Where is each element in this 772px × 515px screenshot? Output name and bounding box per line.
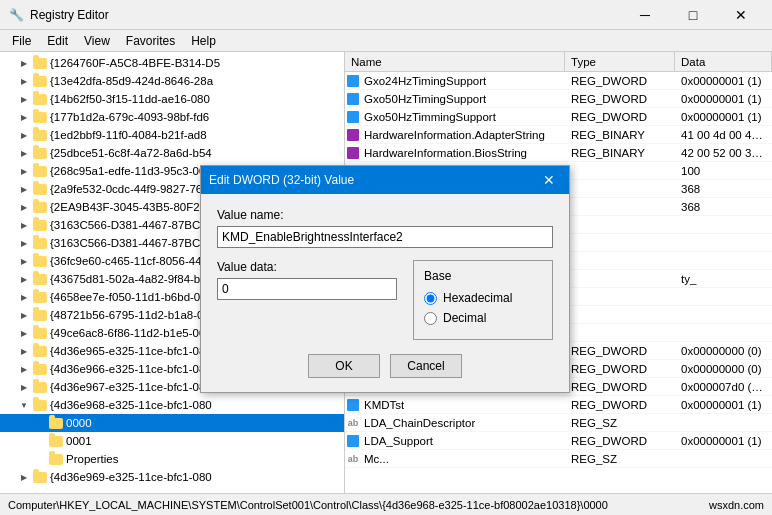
tree-item[interactable]: 0001: [0, 432, 344, 450]
folder-icon: [32, 380, 48, 394]
folder-icon: [32, 164, 48, 178]
tree-item[interactable]: ▶{4d36e969-e325-11ce-bfc1-080: [0, 468, 344, 486]
row-name-text: HardwareInformation.BiosString: [364, 147, 527, 159]
tree-item[interactable]: ▼{4d36e968-e325-11ce-bfc1-080: [0, 396, 344, 414]
tree-toggle-icon: ▶: [16, 55, 32, 71]
edit-dword-dialog: Edit DWORD (32-bit) Value ✕ Value name: …: [200, 165, 570, 393]
tree-item[interactable]: ▶{14b62f50-3f15-11dd-ae16-080: [0, 90, 344, 108]
tree-item-label: {36fc9e60-c465-11cf-8056-4445: [50, 255, 214, 267]
tree-item[interactable]: ▶{13e42dfa-85d9-424d-8646-28a: [0, 72, 344, 90]
cancel-button[interactable]: Cancel: [390, 354, 462, 378]
list-row[interactable]: Gxo50HzTimmingSupportREG_DWORD0x00000001…: [345, 108, 772, 126]
list-row[interactable]: HardwareInformation.AdapterStringREG_BIN…: [345, 126, 772, 144]
tree-toggle-icon: [32, 433, 48, 449]
tree-item-label: {48721b56-6795-11d2-b1a8-008: [50, 309, 216, 321]
list-row[interactable]: LDA_SupportREG_DWORD0x00000001 (1): [345, 432, 772, 450]
tree-item[interactable]: Properties: [0, 450, 344, 468]
folder-icon: [32, 470, 48, 484]
maximize-button[interactable]: □: [670, 0, 716, 30]
folder-icon: [32, 146, 48, 160]
tree-item[interactable]: ▶{25dbce51-6c8f-4a72-8a6d-b54: [0, 144, 344, 162]
list-row[interactable]: abLDA_ChainDescriptorREG_SZ: [345, 414, 772, 432]
value-data-input[interactable]: [217, 278, 397, 300]
tree-item-label: {4d36e969-e325-11ce-bfc1-080: [50, 471, 212, 483]
tree-item-label: {177b1d2a-679c-4093-98bf-fd6: [50, 111, 209, 123]
tree-toggle-icon: ▶: [16, 145, 32, 161]
row-name: LDA_Support: [345, 433, 565, 449]
tree-item-label: {49ce6ac8-6f86-11d2-b1e5-008: [50, 327, 212, 339]
row-type: REG_BINARY: [565, 147, 675, 159]
menu-edit[interactable]: Edit: [39, 32, 76, 50]
tree-toggle-icon: ▶: [16, 163, 32, 179]
list-row[interactable]: HardwareInformation.BiosStringREG_BINARY…: [345, 144, 772, 162]
hexadecimal-radio[interactable]: [424, 292, 437, 305]
list-row[interactable]: KMDTstREG_DWORD0x00000001 (1): [345, 396, 772, 414]
hexadecimal-radio-row[interactable]: Hexadecimal: [424, 291, 542, 305]
dialog-close-button[interactable]: ✕: [537, 168, 561, 192]
row-name-text: LDA_Support: [364, 435, 433, 447]
menu-view[interactable]: View: [76, 32, 118, 50]
row-data: 41 00 4d 00 44 00: [675, 129, 772, 141]
folder-icon: [32, 182, 48, 196]
row-data: 0x00000001 (1): [675, 75, 772, 87]
row-type: REG_SZ: [565, 453, 675, 465]
row-type: REG_DWORD: [565, 435, 675, 447]
header-data[interactable]: Data: [675, 52, 772, 71]
dialog-buttons: OK Cancel: [217, 354, 553, 378]
menu-favorites[interactable]: Favorites: [118, 32, 183, 50]
header-type[interactable]: Type: [565, 52, 675, 71]
tree-item-label: {14b62f50-3f15-11dd-ae16-080: [50, 93, 210, 105]
folder-icon: [32, 236, 48, 250]
tree-item-label: {1ed2bbf9-11f0-4084-b21f-ad8: [50, 129, 207, 141]
tree-item-label: {3163C566-D381-4467-87BC-A6: [50, 237, 218, 249]
row-name-text: Gxo50HzTimingSupport: [364, 93, 486, 105]
row-data: 0x00000000 (0): [675, 345, 772, 357]
folder-icon: [32, 290, 48, 304]
row-type: REG_SZ: [565, 417, 675, 429]
menu-help[interactable]: Help: [183, 32, 224, 50]
tree-toggle-icon: ▶: [16, 109, 32, 125]
row-name-text: Gxo50HzTimmingSupport: [364, 111, 496, 123]
value-name-label: Value name:: [217, 208, 553, 222]
ok-button[interactable]: OK: [308, 354, 380, 378]
folder-icon: [32, 326, 48, 340]
tree-toggle-icon: [32, 415, 48, 431]
dialog-data-section: Value data:: [217, 260, 397, 340]
decimal-radio-row[interactable]: Decimal: [424, 311, 542, 325]
tree-item-label: {1264760F-A5C8-4BFE-B314-D5: [50, 57, 220, 69]
list-row[interactable]: Gxo50HzTimingSupportREG_DWORD0x00000001 …: [345, 90, 772, 108]
folder-icon: [32, 272, 48, 286]
folder-icon: [32, 218, 48, 232]
minimize-button[interactable]: ─: [622, 0, 668, 30]
tree-item[interactable]: 0000: [0, 414, 344, 432]
list-row[interactable]: Gxo24HzTimingSupportREG_DWORD0x00000001 …: [345, 72, 772, 90]
folder-icon: [48, 452, 64, 466]
app-icon: 🔧: [8, 7, 24, 23]
title-text: Registry Editor: [30, 8, 109, 22]
tree-item-label: 0001: [66, 435, 92, 447]
value-name-input[interactable]: [217, 226, 553, 248]
tree-item[interactable]: ▶{1ed2bbf9-11f0-4084-b21f-ad8: [0, 126, 344, 144]
menu-file[interactable]: File: [4, 32, 39, 50]
tree-item[interactable]: ▶{177b1d2a-679c-4093-98bf-fd6: [0, 108, 344, 126]
tree-toggle-icon: ▶: [16, 361, 32, 377]
close-button[interactable]: ✕: [718, 0, 764, 30]
tree-toggle-icon: ▶: [16, 91, 32, 107]
header-name[interactable]: Name: [345, 52, 565, 71]
tree-toggle-icon: ▶: [16, 289, 32, 305]
row-icon: [345, 145, 361, 161]
tree-item-label: {2a9fe532-0cdc-44f9-9827-7619: [50, 183, 215, 195]
base-label: Base: [424, 269, 542, 283]
status-bar: Computer\HKEY_LOCAL_MACHINE\SYSTEM\Contr…: [0, 493, 772, 515]
tree-item-label: {4d36e965-e325-11ce-bfc1-080: [50, 345, 212, 357]
tree-toggle-icon: ▼: [16, 397, 32, 413]
row-data: 42 00 52 00 34 00: [675, 147, 772, 159]
folder-icon: [32, 110, 48, 124]
row-data: 0x00000000 (0): [675, 363, 772, 375]
tree-item[interactable]: ▶{1264760F-A5C8-4BFE-B314-D5: [0, 54, 344, 72]
list-row[interactable]: abMc...REG_SZ: [345, 450, 772, 468]
decimal-radio[interactable]: [424, 312, 437, 325]
hexadecimal-label: Hexadecimal: [443, 291, 512, 305]
tree-toggle-icon: ▶: [16, 235, 32, 251]
tree-item-label: {43675d81-502a-4a82-9f84-b75: [50, 273, 213, 285]
